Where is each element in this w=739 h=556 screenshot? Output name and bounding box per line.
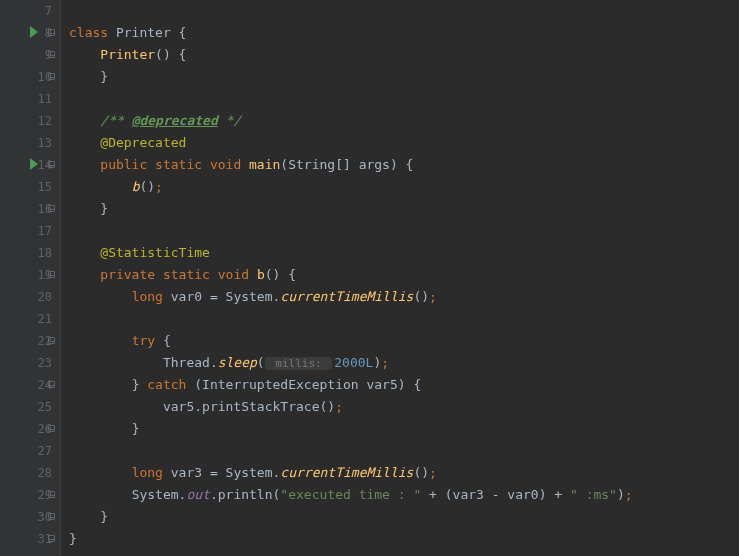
fold-icon[interactable] bbox=[48, 73, 55, 80]
line-number: 25 bbox=[32, 396, 60, 418]
token-ann: @Deprecated bbox=[100, 135, 186, 150]
gutter-row: 7 bbox=[0, 0, 60, 22]
token-paren: } bbox=[132, 421, 140, 436]
token-type: System bbox=[226, 289, 273, 304]
code-line[interactable]: Thread.sleep( millis: 2000L); bbox=[69, 352, 739, 374]
token-kw: catch bbox=[147, 377, 186, 392]
code-line[interactable]: /** @deprecated */ bbox=[69, 110, 739, 132]
code-line[interactable]: Printer() { bbox=[69, 44, 739, 66]
code-line[interactable] bbox=[69, 440, 739, 462]
code-line[interactable]: } bbox=[69, 198, 739, 220]
token-paren: () bbox=[413, 289, 429, 304]
line-number: 11 bbox=[32, 88, 60, 110]
token-comment: */ bbox=[218, 113, 241, 128]
line-number: 30 bbox=[32, 506, 60, 528]
token-paren: { bbox=[163, 333, 171, 348]
fold-icon[interactable] bbox=[48, 513, 55, 520]
line-number: 15 bbox=[32, 176, 60, 198]
token-type: args bbox=[359, 157, 390, 172]
token-kw: private bbox=[100, 267, 155, 282]
token-paren: ( bbox=[445, 487, 453, 502]
token-static-method: currentTimeMillis bbox=[280, 465, 413, 480]
line-number: 26 bbox=[32, 418, 60, 440]
token-type: var3 bbox=[171, 465, 202, 480]
gutter-row: 24 bbox=[0, 374, 60, 396]
token-semi: ; bbox=[429, 289, 437, 304]
code-line[interactable]: } bbox=[69, 418, 739, 440]
token-op: + bbox=[429, 487, 437, 502]
line-number: 16 bbox=[32, 198, 60, 220]
token-type: var0 bbox=[171, 289, 202, 304]
fold-icon[interactable] bbox=[48, 205, 55, 212]
gutter-row: 19 bbox=[0, 264, 60, 286]
code-line[interactable]: long var0 = System.currentTimeMillis(); bbox=[69, 286, 739, 308]
gutter-row: 26 bbox=[0, 418, 60, 440]
code-line[interactable]: long var3 = System.currentTimeMillis(); bbox=[69, 462, 739, 484]
token-paren: } bbox=[100, 509, 108, 524]
token-paren: () bbox=[319, 399, 335, 414]
code-line[interactable]: System.out.println("executed time : " + … bbox=[69, 484, 739, 506]
code-line[interactable]: } bbox=[69, 528, 739, 550]
code-editor[interactable]: class Printer { Printer() { } /** @depre… bbox=[60, 0, 739, 556]
code-line[interactable]: @Deprecated bbox=[69, 132, 739, 154]
token-method: b bbox=[257, 267, 265, 282]
code-line[interactable] bbox=[69, 88, 739, 110]
token-semi: ; bbox=[335, 399, 343, 414]
token-paren: { bbox=[406, 157, 414, 172]
token-static-method: currentTimeMillis bbox=[280, 289, 413, 304]
line-number: 27 bbox=[32, 440, 60, 462]
fold-icon[interactable] bbox=[48, 271, 55, 278]
code-line[interactable]: class Printer { bbox=[69, 22, 739, 44]
token-op: = bbox=[210, 289, 218, 304]
fold-icon[interactable] bbox=[48, 491, 55, 498]
code-line[interactable]: try { bbox=[69, 330, 739, 352]
code-line[interactable]: private static void b() { bbox=[69, 264, 739, 286]
run-gutter-icon[interactable] bbox=[30, 158, 38, 170]
code-line[interactable]: @StatisticTime bbox=[69, 242, 739, 264]
fold-icon[interactable] bbox=[48, 51, 55, 58]
token-op: - bbox=[492, 487, 500, 502]
fold-icon[interactable] bbox=[48, 29, 55, 36]
token-type: String bbox=[288, 157, 335, 172]
fold-icon[interactable] bbox=[48, 337, 55, 344]
gutter-row: 15 bbox=[0, 176, 60, 198]
code-line[interactable]: public static void main(String[] args) { bbox=[69, 154, 739, 176]
token-paren: ) bbox=[539, 487, 547, 502]
gutter-row: 11 bbox=[0, 88, 60, 110]
gutter-row: 31 bbox=[0, 528, 60, 550]
token-paren: ) bbox=[617, 487, 625, 502]
line-number: 7 bbox=[32, 0, 60, 22]
token-paren: ( bbox=[257, 355, 265, 370]
token-cls: Printer bbox=[116, 25, 171, 40]
fold-icon[interactable] bbox=[48, 161, 55, 168]
token-paren: ) bbox=[390, 157, 398, 172]
gutter-row: 18 bbox=[0, 242, 60, 264]
fold-icon[interactable] bbox=[48, 535, 55, 542]
fold-icon[interactable] bbox=[48, 425, 55, 432]
line-number: 13 bbox=[32, 132, 60, 154]
line-number: 20 bbox=[32, 286, 60, 308]
token-doc-tag: @deprecated bbox=[132, 113, 218, 128]
token-method: Printer bbox=[100, 47, 155, 62]
fold-icon[interactable] bbox=[48, 381, 55, 388]
code-line[interactable]: } bbox=[69, 506, 739, 528]
token-paren: ( bbox=[194, 377, 202, 392]
token-paren: } bbox=[132, 377, 140, 392]
code-line[interactable] bbox=[69, 220, 739, 242]
line-number: 10 bbox=[32, 66, 60, 88]
gutter-row: 10 bbox=[0, 66, 60, 88]
code-line[interactable]: b(); bbox=[69, 176, 739, 198]
token-paren: { bbox=[288, 267, 296, 282]
token-kw: void bbox=[218, 267, 249, 282]
code-line[interactable] bbox=[69, 308, 739, 330]
run-gutter-icon[interactable] bbox=[30, 26, 38, 38]
token-num: 2000L bbox=[334, 355, 373, 370]
code-line[interactable]: var5.printStackTrace(); bbox=[69, 396, 739, 418]
code-line[interactable] bbox=[69, 0, 739, 22]
gutter-row: 14 bbox=[0, 154, 60, 176]
token-semi: ; bbox=[625, 487, 633, 502]
token-paren: } bbox=[69, 531, 77, 546]
token-comment: /** bbox=[100, 113, 131, 128]
code-line[interactable]: } catch (InterruptedException var5) { bbox=[69, 374, 739, 396]
code-line[interactable]: } bbox=[69, 66, 739, 88]
